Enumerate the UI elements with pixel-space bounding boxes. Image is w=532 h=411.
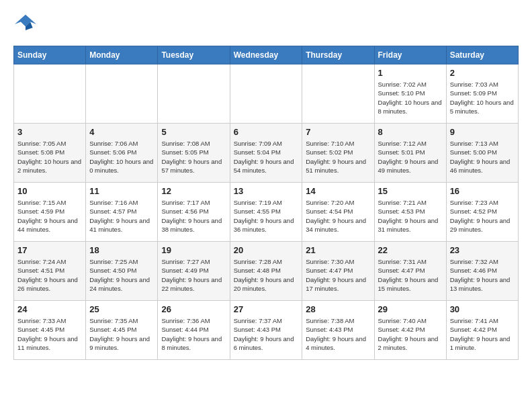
day-info: Sunrise: 7:27 AM Sunset: 4:49 PM Dayligh… bbox=[161, 257, 226, 293]
calendar-table: SundayMondayTuesdayWednesdayThursdayFrid… bbox=[13, 46, 519, 360]
day-number: 20 bbox=[234, 245, 299, 255]
day-number: 15 bbox=[378, 186, 443, 196]
calendar-cell: 28Sunrise: 7:38 AM Sunset: 4:43 PM Dayli… bbox=[302, 301, 374, 360]
day-info: Sunrise: 7:20 AM Sunset: 4:54 PM Dayligh… bbox=[306, 198, 370, 234]
day-number: 6 bbox=[234, 127, 299, 137]
calendar-week-1: 1Sunrise: 7:02 AM Sunset: 5:10 PM Daylig… bbox=[14, 64, 519, 124]
day-number: 11 bbox=[89, 186, 154, 196]
calendar-cell bbox=[14, 64, 86, 124]
day-number: 14 bbox=[306, 186, 370, 196]
day-number: 18 bbox=[89, 245, 154, 255]
day-number: 7 bbox=[306, 127, 370, 137]
day-number: 17 bbox=[17, 245, 82, 255]
weekday-header-saturday: Saturday bbox=[446, 46, 518, 64]
calendar-cell: 11Sunrise: 7:16 AM Sunset: 4:57 PM Dayli… bbox=[86, 183, 158, 242]
calendar-cell bbox=[302, 64, 374, 124]
day-info: Sunrise: 7:41 AM Sunset: 4:42 PM Dayligh… bbox=[450, 316, 515, 352]
day-info: Sunrise: 7:02 AM Sunset: 5:10 PM Dayligh… bbox=[378, 80, 443, 116]
calendar-cell: 1Sunrise: 7:02 AM Sunset: 5:10 PM Daylig… bbox=[374, 64, 446, 124]
day-number: 30 bbox=[450, 304, 515, 314]
calendar-cell: 18Sunrise: 7:25 AM Sunset: 4:50 PM Dayli… bbox=[86, 242, 158, 301]
calendar-week-2: 3Sunrise: 7:05 AM Sunset: 5:08 PM Daylig… bbox=[14, 124, 519, 183]
day-number: 24 bbox=[17, 304, 82, 314]
day-number: 27 bbox=[234, 304, 299, 314]
calendar-cell: 23Sunrise: 7:32 AM Sunset: 4:46 PM Dayli… bbox=[446, 242, 518, 301]
day-number: 12 bbox=[161, 186, 226, 196]
day-info: Sunrise: 7:03 AM Sunset: 5:09 PM Dayligh… bbox=[450, 80, 515, 116]
calendar-cell: 20Sunrise: 7:28 AM Sunset: 4:48 PM Dayli… bbox=[230, 242, 302, 301]
calendar-cell: 3Sunrise: 7:05 AM Sunset: 5:08 PM Daylig… bbox=[14, 124, 86, 183]
day-number: 22 bbox=[378, 245, 443, 255]
calendar-cell: 16Sunrise: 7:23 AM Sunset: 4:52 PM Dayli… bbox=[446, 183, 518, 242]
day-info: Sunrise: 7:13 AM Sunset: 5:00 PM Dayligh… bbox=[450, 139, 515, 175]
day-number: 16 bbox=[450, 186, 515, 196]
logo bbox=[13, 13, 40, 35]
calendar-cell: 12Sunrise: 7:17 AM Sunset: 4:56 PM Dayli… bbox=[158, 183, 230, 242]
calendar-cell: 13Sunrise: 7:19 AM Sunset: 4:55 PM Dayli… bbox=[230, 183, 302, 242]
day-info: Sunrise: 7:25 AM Sunset: 4:50 PM Dayligh… bbox=[89, 257, 154, 293]
weekday-header-friday: Friday bbox=[374, 46, 446, 64]
calendar-cell: 4Sunrise: 7:06 AM Sunset: 5:06 PM Daylig… bbox=[86, 124, 158, 183]
day-number: 5 bbox=[161, 127, 226, 137]
day-number: 28 bbox=[306, 304, 370, 314]
calendar-cell: 17Sunrise: 7:24 AM Sunset: 4:51 PM Dayli… bbox=[14, 242, 86, 301]
calendar-cell: 9Sunrise: 7:13 AM Sunset: 5:00 PM Daylig… bbox=[446, 124, 518, 183]
day-info: Sunrise: 7:31 AM Sunset: 4:47 PM Dayligh… bbox=[378, 257, 443, 293]
day-number: 2 bbox=[450, 68, 515, 78]
weekday-header-thursday: Thursday bbox=[302, 46, 374, 64]
calendar-cell: 29Sunrise: 7:40 AM Sunset: 4:42 PM Dayli… bbox=[374, 301, 446, 360]
day-number: 25 bbox=[89, 304, 154, 314]
calendar-cell: 22Sunrise: 7:31 AM Sunset: 4:47 PM Dayli… bbox=[374, 242, 446, 301]
day-info: Sunrise: 7:37 AM Sunset: 4:43 PM Dayligh… bbox=[234, 316, 299, 352]
calendar-week-3: 10Sunrise: 7:15 AM Sunset: 4:59 PM Dayli… bbox=[14, 183, 519, 242]
day-info: Sunrise: 7:06 AM Sunset: 5:06 PM Dayligh… bbox=[89, 139, 154, 175]
weekday-header-wednesday: Wednesday bbox=[230, 46, 302, 64]
day-info: Sunrise: 7:24 AM Sunset: 4:51 PM Dayligh… bbox=[17, 257, 82, 293]
calendar-cell: 21Sunrise: 7:30 AM Sunset: 4:47 PM Dayli… bbox=[302, 242, 374, 301]
day-info: Sunrise: 7:36 AM Sunset: 4:44 PM Dayligh… bbox=[161, 316, 226, 352]
calendar-cell: 25Sunrise: 7:35 AM Sunset: 4:45 PM Dayli… bbox=[86, 301, 158, 360]
calendar-header: SundayMondayTuesdayWednesdayThursdayFrid… bbox=[14, 46, 519, 64]
day-number: 26 bbox=[161, 304, 226, 314]
day-info: Sunrise: 7:10 AM Sunset: 5:02 PM Dayligh… bbox=[306, 139, 370, 175]
weekday-header-tuesday: Tuesday bbox=[158, 46, 230, 64]
day-number: 9 bbox=[450, 127, 515, 137]
calendar-cell: 27Sunrise: 7:37 AM Sunset: 4:43 PM Dayli… bbox=[230, 301, 302, 360]
day-info: Sunrise: 7:28 AM Sunset: 4:48 PM Dayligh… bbox=[234, 257, 299, 293]
calendar-cell: 14Sunrise: 7:20 AM Sunset: 4:54 PM Dayli… bbox=[302, 183, 374, 242]
svg-marker-0 bbox=[15, 15, 36, 27]
day-number: 8 bbox=[378, 127, 443, 137]
calendar-cell bbox=[230, 64, 302, 124]
day-number: 23 bbox=[450, 245, 515, 255]
day-number: 10 bbox=[17, 186, 82, 196]
calendar-cell: 8Sunrise: 7:12 AM Sunset: 5:01 PM Daylig… bbox=[374, 124, 446, 183]
page-header bbox=[13, 13, 519, 35]
day-info: Sunrise: 7:32 AM Sunset: 4:46 PM Dayligh… bbox=[450, 257, 515, 293]
calendar-week-4: 17Sunrise: 7:24 AM Sunset: 4:51 PM Dayli… bbox=[14, 242, 519, 301]
day-info: Sunrise: 7:40 AM Sunset: 4:42 PM Dayligh… bbox=[378, 316, 443, 352]
weekday-header-monday: Monday bbox=[86, 46, 158, 64]
day-info: Sunrise: 7:15 AM Sunset: 4:59 PM Dayligh… bbox=[17, 198, 82, 234]
calendar-cell: 10Sunrise: 7:15 AM Sunset: 4:59 PM Dayli… bbox=[14, 183, 86, 242]
calendar-cell: 7Sunrise: 7:10 AM Sunset: 5:02 PM Daylig… bbox=[302, 124, 374, 183]
day-number: 3 bbox=[17, 127, 82, 137]
day-info: Sunrise: 7:35 AM Sunset: 4:45 PM Dayligh… bbox=[89, 316, 154, 352]
calendar-cell bbox=[86, 64, 158, 124]
day-info: Sunrise: 7:09 AM Sunset: 5:04 PM Dayligh… bbox=[234, 139, 299, 175]
day-info: Sunrise: 7:17 AM Sunset: 4:56 PM Dayligh… bbox=[161, 198, 226, 234]
day-info: Sunrise: 7:16 AM Sunset: 4:57 PM Dayligh… bbox=[89, 198, 154, 234]
day-info: Sunrise: 7:33 AM Sunset: 4:45 PM Dayligh… bbox=[17, 316, 82, 352]
day-info: Sunrise: 7:08 AM Sunset: 5:05 PM Dayligh… bbox=[161, 139, 226, 175]
day-info: Sunrise: 7:19 AM Sunset: 4:55 PM Dayligh… bbox=[234, 198, 299, 234]
day-number: 29 bbox=[378, 304, 443, 314]
day-number: 21 bbox=[306, 245, 370, 255]
day-info: Sunrise: 7:30 AM Sunset: 4:47 PM Dayligh… bbox=[306, 257, 370, 293]
calendar-cell: 30Sunrise: 7:41 AM Sunset: 4:42 PM Dayli… bbox=[446, 301, 518, 360]
day-info: Sunrise: 7:21 AM Sunset: 4:53 PM Dayligh… bbox=[378, 198, 443, 234]
calendar-cell: 15Sunrise: 7:21 AM Sunset: 4:53 PM Dayli… bbox=[374, 183, 446, 242]
logo-bird-icon bbox=[13, 13, 38, 35]
calendar-week-5: 24Sunrise: 7:33 AM Sunset: 4:45 PM Dayli… bbox=[14, 301, 519, 360]
day-info: Sunrise: 7:38 AM Sunset: 4:43 PM Dayligh… bbox=[306, 316, 370, 352]
day-number: 4 bbox=[89, 127, 154, 137]
day-info: Sunrise: 7:12 AM Sunset: 5:01 PM Dayligh… bbox=[378, 139, 443, 175]
